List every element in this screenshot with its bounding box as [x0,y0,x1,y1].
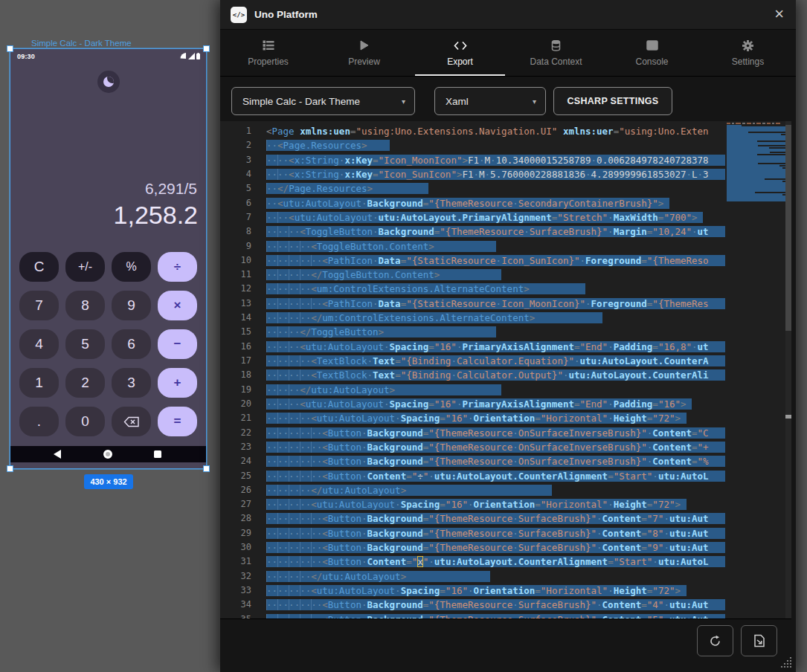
code-line-14[interactable]: ········</um:ControlExtensions.Alternate… [266,311,725,325]
code-line-18[interactable]: ········<TextBlock·Text="{Binding·Calcul… [266,368,725,382]
calc-key-1[interactable]: 1 [19,368,59,398]
theme-select-dropdown[interactable]: Simple Calc - Dark Theme ▾ [231,87,415,115]
calc-key-backspace[interactable] [112,407,151,436]
code-line-28[interactable]: ··········<Button·Background="{ThemeReso… [266,511,725,526]
code-line-20[interactable]: ······<utu:AutoLayout·Spacing="16"·Prima… [266,397,725,411]
minimap[interactable] [727,121,785,619]
code-line-31[interactable]: ··········<Button·Content="x"·utu:AutoLa… [266,555,725,569]
resize-handle-nw[interactable] [7,45,13,52]
code-line-4[interactable]: ····<x:String·x:Key="Icon_SunIcon">F1·M·… [266,167,725,181]
scrollbar-decoration [785,415,791,419]
code-line-30[interactable]: ··········<Button·Background="{ThemeReso… [266,540,725,555]
code-line-22[interactable]: ··········<Button·Background="{ThemeReso… [266,426,725,440]
csharp-settings-button[interactable]: CSHARP SETTINGS [553,87,672,115]
code-line-12[interactable]: ········<um:ControlExtensions.AlternateC… [266,282,725,296]
close-icon[interactable]: × [774,4,784,24]
calc-key-7[interactable]: 7 [19,291,59,320]
resize-handle-ne[interactable] [203,45,210,52]
calc-key-%[interactable]: % [112,252,151,282]
code-line-25[interactable]: ··········<Button·Content="÷"·utu:AutoLa… [266,469,725,483]
code-line-1[interactable]: <Page xmlns:uen="using:Uno.Extensions.Na… [266,124,725,138]
code-line-32[interactable]: ········</utu:AutoLayout> [266,569,725,584]
export-file-button[interactable] [741,625,777,656]
code-line-8[interactable]: ······<ToggleButton·Background="{ThemeRe… [266,224,725,239]
calc-key-9[interactable]: 9 [112,291,151,320]
line-number: 27 [220,497,251,511]
tab-console[interactable]: Console [604,30,700,76]
code-line-16[interactable]: ······<utu:AutoLayout·Spacing="16"·Prima… [266,340,725,354]
tab-export[interactable]: Export [412,30,508,76]
tab-label: Preview [348,56,380,67]
code-lines[interactable]: <Page xmlns:uen="using:Uno.Extensions.Na… [266,124,725,619]
code-line-35[interactable]: ··········<Button·Background="{ThemeReso… [266,613,725,619]
code-brackets-icon [454,39,467,52]
tab-settings[interactable]: Settings [700,30,796,76]
calculator-artboard[interactable]: 09:30 6,291/5 1,258.2 C+/-%÷789×456−123+… [10,49,206,468]
code-line-27[interactable]: ········<utu:AutoLayout·Spacing="16"·Ori… [266,497,725,511]
code-line-2[interactable]: ··<Page.Resources> [266,138,725,152]
code-line-19[interactable]: ······</utu:AutoLayout> [266,383,725,397]
code-line-29[interactable]: ··········<Button·Background="{ThemeReso… [266,526,725,540]
database-icon [551,39,561,52]
line-number: 8 [220,224,251,239]
code-line-21[interactable]: ········<utu:AutoLayout·Spacing="16"·Ori… [266,411,725,425]
resize-handle-sw[interactable] [7,465,13,472]
calc-key-+/-[interactable]: +/- [65,252,105,282]
code-line-17[interactable]: ········<TextBlock·Text="{Binding·Calcul… [266,354,725,368]
code-line-6[interactable]: ··<utu:AutoLayout·Background="{ThemeReso… [266,196,725,210]
calc-key-×[interactable]: × [158,291,197,320]
calc-key-3[interactable]: 3 [112,368,151,398]
refresh-button[interactable] [697,625,733,656]
plugin-footer [220,620,796,672]
calc-key-0[interactable]: 0 [65,407,105,436]
wifi-icon [180,53,187,59]
calc-key-÷[interactable]: ÷ [158,252,197,282]
code-line-23[interactable]: ··········<Button·Background="{ThemeReso… [266,440,725,454]
code-line-7[interactable]: ····<utu:AutoLayout·utu:AutoLayout.Prima… [266,210,725,224]
line-number: 16 [220,340,251,354]
calc-key-5[interactable]: 5 [65,329,105,359]
calc-key-=[interactable]: = [158,407,197,436]
tab-data-context[interactable]: Data Context [508,30,604,76]
calc-key-6[interactable]: 6 [112,329,151,359]
resize-grip[interactable] [779,656,793,669]
line-number: 29 [220,526,251,540]
recents-icon[interactable] [154,450,161,458]
code-line-9[interactable]: ········<ToggleButton.Content> [266,239,725,253]
code-line-13[interactable]: ··········<PathIcon·Data="{StaticResourc… [266,297,725,311]
code-line-10[interactable]: ··········<PathIcon·Data="{StaticResourc… [266,253,725,268]
calc-key-2[interactable]: 2 [65,368,105,398]
code-line-11[interactable]: ········</ToggleButton.Content> [266,268,725,282]
back-icon[interactable] [54,450,61,459]
calc-key-−[interactable]: − [158,329,197,359]
code-line-24[interactable]: ··········<Button·Background="{ThemeReso… [266,454,725,468]
artboard-label[interactable]: Simple Calc - Dark Theme [31,39,132,48]
play-icon [359,39,369,52]
code-line-33[interactable]: ········<utu:AutoLayout·Spacing="16"·Ori… [266,584,725,598]
theme-toggle-button[interactable] [97,71,120,93]
line-number: 6 [220,196,251,210]
calc-key-+[interactable]: + [158,368,197,398]
resize-handle-se[interactable] [203,465,210,472]
scrollbar-thumb[interactable] [785,125,791,331]
calc-key-4[interactable]: 4 [19,329,59,359]
format-select-dropdown[interactable]: Xaml ▾ [434,87,546,115]
calc-key-C[interactable]: C [19,252,59,282]
minimap-speck [767,123,771,124]
code-line-5[interactable]: ··</Page.Resources> [266,181,725,196]
code-line-34[interactable]: ··········<Button·Background="{ThemeReso… [266,598,725,612]
code-line-15[interactable]: ······</ToggleButton> [266,325,725,339]
gear-icon [742,39,753,52]
minimap-speck [736,123,741,124]
minimap-stripe [765,178,785,180]
calc-key-.[interactable]: . [19,407,59,436]
code-editor[interactable]: 1234567891011121314151617181920212223242… [220,121,791,619]
calc-key-8[interactable]: 8 [65,291,105,320]
tab-properties[interactable]: Properties [220,30,316,76]
tab-preview[interactable]: Preview [316,30,412,76]
code-line-26[interactable]: ········</utu:AutoLayout> [266,483,725,497]
code-line-3[interactable]: ····<x:String·x:Key="Icon_MoonIcon">F1·M… [266,153,725,167]
design-canvas[interactable]: Simple Calc - Dark Theme 09:30 6,291/5 1… [0,0,807,672]
home-icon[interactable] [103,450,112,459]
editor-scrollbar[interactable] [785,121,791,619]
